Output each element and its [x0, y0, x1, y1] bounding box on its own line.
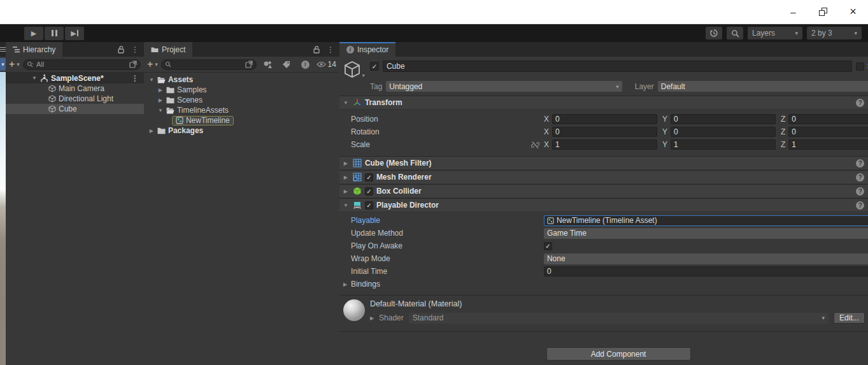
project-item-packages[interactable]: ▶ Packages [144, 125, 339, 136]
pause-button[interactable] [45, 27, 64, 40]
foldout-icon[interactable]: ▶ [157, 97, 164, 103]
project-search-input[interactable] [174, 61, 243, 68]
foldout-icon[interactable]: ▶ [148, 128, 155, 134]
layout-dropdown[interactable]: 2 by 3 ▾ [807, 27, 862, 39]
foldout-icon[interactable]: ▶ [157, 87, 164, 93]
playable-director-header[interactable]: ▼ ✓ Playable Director ? ⋮ [339, 198, 868, 212]
scale-y-field[interactable] [671, 140, 776, 150]
play-on-awake-checkbox[interactable]: ✓ [544, 242, 552, 250]
cutoff-dropdown-fragment[interactable]: ▾ [0, 58, 6, 71]
kebab-menu-icon[interactable]: ⋮ [131, 74, 144, 83]
help-icon[interactable]: ? [856, 201, 864, 210]
add-component-button[interactable]: Add Component [546, 347, 691, 361]
project-item-assets[interactable]: ▼ Assets [144, 75, 339, 85]
create-asset-button[interactable]: +▾ [147, 59, 158, 69]
foldout-icon[interactable]: ▶ [343, 282, 351, 287]
hierarchy-item-main-camera[interactable]: Main Camera [6, 83, 144, 94]
undo-history-button[interactable] [706, 27, 722, 39]
tab-project[interactable]: Project [144, 42, 192, 57]
rotation-y-field[interactable] [671, 127, 776, 137]
open-window-icon[interactable] [245, 61, 253, 68]
filter-by-label-button[interactable] [278, 58, 294, 71]
transform-header[interactable]: ▼ Transform ? ⋮ [339, 96, 868, 110]
close-icon: × [850, 5, 857, 18]
favorites-warning-button[interactable]: ! [297, 58, 313, 71]
layer-dropdown[interactable]: Default ▾ [658, 81, 868, 92]
check-icon: ✓ [366, 188, 371, 195]
foldout-icon[interactable]: ▼ [148, 77, 155, 83]
scale-z-field[interactable] [788, 140, 868, 150]
open-window-icon[interactable] [129, 61, 137, 68]
hierarchy-search[interactable] [23, 59, 141, 70]
minimize-button[interactable]: – [778, 0, 808, 24]
create-button[interactable]: +▾ [9, 59, 20, 69]
kebab-menu-icon[interactable]: ⋮ [327, 45, 334, 54]
constrain-proportions-icon[interactable] [531, 141, 539, 149]
project-item-newtimeline[interactable]: NewTimeline [144, 115, 339, 125]
gameobject-name-field[interactable] [383, 61, 852, 72]
material-preview-sphere[interactable] [343, 299, 365, 321]
kebab-menu-icon[interactable]: ⋮ [131, 45, 139, 54]
hierarchy-search-input[interactable] [36, 61, 127, 68]
minimize-icon: – [790, 6, 795, 17]
foldout-icon[interactable]: ▶ [342, 189, 350, 194]
selected-asset-pill[interactable]: NewTimeline [172, 116, 234, 125]
step-button[interactable]: ▶ [65, 27, 84, 40]
mesh-filter-header[interactable]: ▶ Cube (Mesh Filter) ? ⋮ [339, 156, 868, 170]
bindings-row[interactable]: ▶ Bindings [339, 278, 868, 290]
tag-dropdown[interactable]: Untagged ▾ [386, 81, 622, 92]
lock-icon[interactable] [118, 46, 125, 54]
hierarchy-item-cube[interactable]: Cube [6, 104, 144, 114]
help-icon[interactable]: ? [856, 187, 864, 196]
enabled-checkbox[interactable]: ✓ [365, 187, 373, 196]
project-item-samples[interactable]: ▶ Samples [144, 85, 339, 95]
static-checkbox[interactable] [856, 62, 864, 71]
help-icon[interactable]: ? [856, 173, 864, 182]
update-method-dropdown[interactable]: Game Time ▾ [544, 228, 868, 239]
restore-button[interactable] [808, 0, 838, 24]
active-checkbox[interactable]: ✓ [370, 62, 379, 71]
close-button[interactable]: × [838, 0, 868, 24]
foldout-icon[interactable]: ▶ [370, 315, 374, 321]
position-y-field[interactable] [671, 114, 776, 124]
playable-object-field[interactable]: NewTimeline (Timeline Asset) ◎ [544, 215, 868, 226]
tab-inspector[interactable]: i Inspector [339, 42, 395, 57]
shader-edit-button[interactable]: Edit... [834, 312, 865, 324]
layers-dropdown[interactable]: Layers ▾ [748, 27, 802, 39]
help-icon[interactable]: ? [856, 99, 864, 107]
play-button[interactable]: ▶ [24, 27, 43, 40]
static-control[interactable]: Static ▾ [856, 62, 868, 71]
foldout-icon[interactable]: ▶ [342, 175, 350, 180]
shader-dropdown[interactable]: Standard ▾ [409, 313, 829, 324]
enabled-checkbox[interactable]: ✓ [365, 173, 373, 182]
playable-label: Playable [351, 216, 544, 225]
help-icon[interactable]: ? [856, 159, 864, 168]
filter-by-type-button[interactable] [260, 58, 276, 71]
position-z-field[interactable] [788, 114, 868, 124]
wrap-mode-dropdown[interactable]: None ▾ [544, 254, 868, 264]
foldout-icon[interactable]: ▼ [342, 203, 350, 208]
scene-view-fragment[interactable] [0, 72, 6, 365]
hierarchy-item-directional-light[interactable]: Directional Light [6, 94, 144, 104]
enabled-checkbox[interactable]: ✓ [365, 201, 373, 210]
scale-x-field[interactable] [552, 140, 657, 150]
hierarchy-scene-row[interactable]: ▼ SampleScene* ⋮ [6, 73, 144, 83]
rotation-x-field[interactable] [552, 127, 657, 137]
position-x-field[interactable] [552, 114, 657, 124]
foldout-icon[interactable]: ▼ [342, 100, 350, 106]
initial-time-field[interactable] [544, 266, 868, 276]
project-item-scenes[interactable]: ▶ Scenes [144, 95, 339, 105]
lock-icon[interactable] [313, 46, 320, 54]
rotation-z-field[interactable] [788, 127, 868, 137]
project-search[interactable] [161, 59, 257, 70]
hidden-count-button[interactable]: 14 [317, 60, 336, 69]
icon-picker-chevron[interactable]: ▾ [362, 73, 365, 78]
project-item-timelineassets[interactable]: ▼ TimelineAssets [144, 105, 339, 115]
foldout-icon[interactable]: ▶ [342, 161, 350, 166]
search-button[interactable] [727, 27, 743, 39]
box-collider-header[interactable]: ▶ ✓ Box Collider ? ⋮ [339, 184, 868, 198]
foldout-icon[interactable]: ▼ [31, 75, 38, 81]
mesh-renderer-header[interactable]: ▶ ✓ Mesh Renderer ? ⋮ [339, 170, 868, 184]
foldout-icon[interactable]: ▼ [157, 108, 164, 113]
tab-hierarchy[interactable]: Hierarchy [6, 42, 62, 57]
